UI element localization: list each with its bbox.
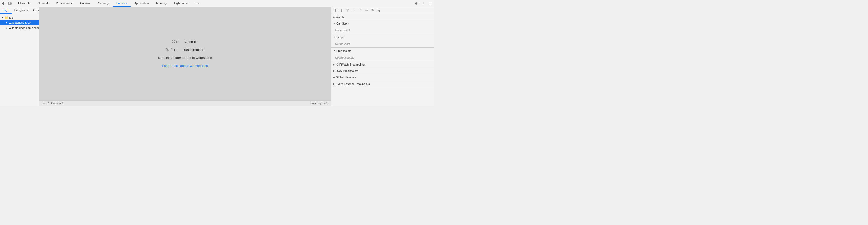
debugger-toolbar: ⏸ ✎ ⏯ [331, 7, 434, 14]
scope-note: Not paused [331, 41, 434, 46]
close-icon[interactable]: ✕ [427, 0, 433, 6]
scope-content: Not paused [331, 40, 434, 47]
breakpoints-section: ▼ Breakpoints No breakpoints [331, 48, 434, 62]
tab-application[interactable]: Application [131, 0, 152, 7]
global-listeners-label: Global Listeners [336, 76, 356, 79]
open-file-label: Open file [185, 40, 198, 44]
tab-performance[interactable]: Performance [52, 0, 76, 7]
tree-label-localhost: localhost:3000 [12, 21, 31, 24]
call-stack-section: ▼ Call Stack Not paused [331, 21, 434, 34]
tab-elements[interactable]: Elements [14, 0, 34, 7]
tab-filesystem[interactable]: Filesystem [12, 7, 31, 14]
breakpoints-header[interactable]: ▼ Breakpoints [331, 48, 434, 54]
tree-item-top[interactable]: ▼ 📁 top [0, 15, 39, 20]
dom-header[interactable]: ▶ DOM Breakpoints [331, 68, 434, 74]
pause-exceptions-icon[interactable]: ⏯ [376, 7, 381, 13]
tree-item-localhost[interactable]: ▶ ☁ localhost:3000 [0, 20, 39, 25]
top-toolbar: Elements Network Performance Console Sec… [0, 0, 434, 7]
tab-sources[interactable]: Sources [113, 0, 131, 7]
settings-icon[interactable]: ⚙ [413, 0, 420, 6]
scope-header[interactable]: ▼ Scope [331, 34, 434, 40]
global-listeners-section: ▶ Global Listeners [331, 74, 434, 81]
call-stack-note: Not paused [331, 28, 434, 33]
center-panel: ⌘ P Open file ⌘ ⇧ P Run command Drop in … [39, 7, 331, 106]
dom-label: DOM Breakpoints [336, 69, 358, 73]
xhr-header[interactable]: ▶ XHR/fetch Breakpoints [331, 62, 434, 68]
dom-chevron: ▶ [333, 70, 335, 72]
dom-section: ▶ DOM Breakpoints [331, 68, 434, 74]
tree-item-fonts[interactable]: ▶ ☁ fonts.googleapis.com [0, 25, 39, 31]
svg-rect-0 [8, 2, 10, 4]
event-listener-header[interactable]: ▶ Event Listener Breakpoints [331, 81, 434, 87]
watch-chevron: ▶ [333, 16, 335, 18]
watch-section: ▶ Watch [331, 14, 434, 21]
tab-bar: Elements Network Performance Console Sec… [14, 0, 413, 7]
event-listener-label: Event Listener Breakpoints [336, 82, 370, 85]
chevron-top: ▼ [1, 16, 4, 19]
workspace-text: Drop in a folder to add to workspace [158, 56, 212, 60]
tab-page[interactable]: Page [0, 7, 12, 14]
right-panel: ⏸ ✎ ⏯ ▶ Watch [331, 7, 434, 106]
scope-label: Scope [336, 36, 344, 39]
svg-rect-1 [10, 3, 11, 4]
call-stack-chevron: ▼ [333, 22, 335, 25]
hide-sidebar-icon[interactable] [333, 7, 338, 13]
main-layout: Page Filesystem Overrides » ⋮ ▼ 📁 top ▶ … [0, 7, 434, 106]
svg-rect-3 [336, 9, 337, 12]
call-stack-header[interactable]: ▼ Call Stack [331, 21, 434, 27]
tab-axe[interactable]: axe [192, 0, 204, 7]
more-options-icon[interactable]: ⋮ [420, 0, 426, 6]
folder-icon-top: 📁 [5, 16, 8, 20]
status-bar: Line 1, Column 1 Coverage: n/a [39, 100, 331, 106]
tab-lighthouse[interactable]: Lighthouse [170, 0, 192, 7]
watch-header[interactable]: ▶ Watch [331, 14, 434, 20]
tab-memory[interactable]: Memory [152, 0, 170, 7]
tab-console[interactable]: Console [76, 0, 95, 7]
step-over-icon[interactable] [345, 7, 350, 13]
xhr-chevron: ▶ [333, 63, 335, 66]
xhr-section: ▶ XHR/fetch Breakpoints [331, 62, 434, 68]
scope-section: ▼ Scope Not paused [331, 34, 434, 48]
tab-network[interactable]: Network [34, 0, 52, 7]
left-panel-tabs: Page Filesystem Overrides » ⋮ [0, 7, 39, 14]
tree-label-top: top [9, 16, 13, 19]
step-out-icon[interactable] [357, 7, 363, 13]
watch-label: Watch [336, 15, 344, 18]
call-stack-content: Not paused [331, 27, 434, 34]
pause-icon[interactable]: ⏸ [339, 7, 344, 13]
inspect-icon[interactable] [1, 1, 6, 6]
global-listeners-header[interactable]: ▶ Global Listeners [331, 74, 434, 80]
step-into-icon[interactable] [351, 7, 357, 13]
breakpoints-note: No breakpoints [331, 55, 434, 60]
run-command-key: ⌘ ⇧ P [165, 48, 177, 51]
global-listeners-chevron: ▶ [333, 76, 335, 79]
open-file-key: ⌘ P [172, 40, 179, 44]
cloud-icon-fonts: ☁ [8, 26, 11, 30]
tree-label-fonts: fonts.googleapis.com [12, 26, 39, 29]
workspace-link[interactable]: Learn more about Workspaces [162, 64, 208, 68]
center-content: ⌘ P Open file ⌘ ⇧ P Run command Drop in … [39, 7, 331, 100]
file-tree: ▼ 📁 top ▶ ☁ localhost:3000 ▶ ☁ fonts.goo… [0, 14, 39, 106]
breakpoints-chevron: ▼ [333, 49, 335, 52]
cloud-icon-localhost: ☁ [9, 21, 11, 25]
deactivate-breakpoints-icon[interactable]: ✎ [370, 7, 375, 13]
tab-security[interactable]: Security [95, 0, 113, 7]
devtools-icons [1, 1, 12, 6]
breakpoints-content: No breakpoints [331, 54, 434, 61]
event-listener-chevron: ▶ [333, 83, 335, 85]
left-panel: Page Filesystem Overrides » ⋮ ▼ 📁 top ▶ … [0, 7, 39, 106]
run-command-label: Run command [183, 48, 205, 51]
chevron-fonts: ▶ [5, 26, 8, 29]
xhr-label: XHR/fetch Breakpoints [336, 63, 365, 66]
chevron-localhost: ▶ [5, 21, 8, 24]
event-listener-section: ▶ Event Listener Breakpoints [331, 81, 434, 87]
call-stack-label: Call Stack [336, 22, 349, 25]
open-file-row: ⌘ P Open file [172, 40, 198, 44]
scope-chevron: ▼ [333, 36, 335, 38]
status-position: Line 1, Column 1 [42, 102, 63, 105]
step-icon[interactable] [364, 7, 369, 13]
toolbar-right: ⚙ ⋮ ✕ [413, 0, 433, 6]
svg-rect-2 [334, 9, 335, 12]
run-command-row: ⌘ ⇧ P Run command [165, 48, 205, 51]
device-icon[interactable] [7, 1, 12, 6]
